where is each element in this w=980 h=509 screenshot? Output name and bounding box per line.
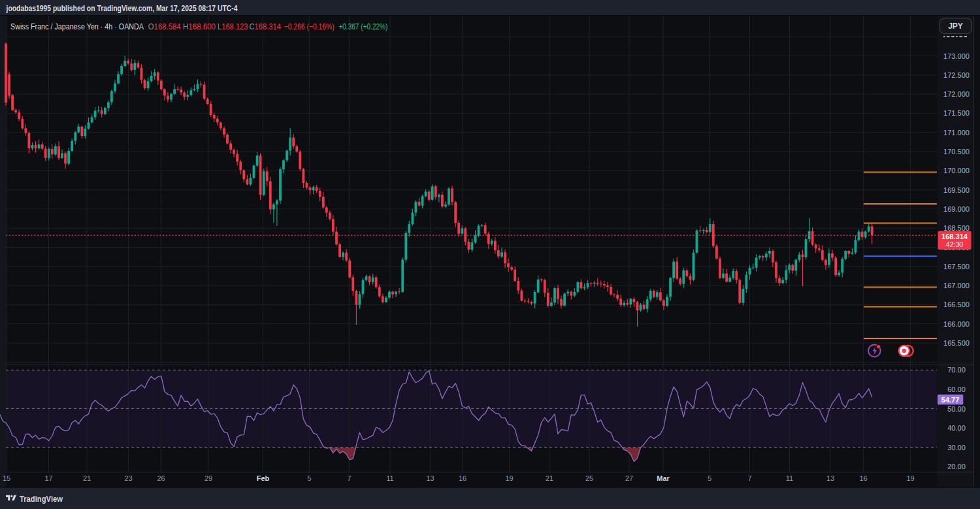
svg-text:168.314: 168.314 [941,233,968,240]
svg-text:Swiss Franc / Japanese Yen · 4: Swiss Franc / Japanese Yen · 4h · OANDA [10,22,144,31]
svg-text:170.500: 170.500 [943,148,970,156]
svg-text:42:30: 42:30 [946,240,963,248]
svg-text:165.500: 165.500 [943,339,970,347]
svg-text:40.00: 40.00 [947,424,966,432]
svg-text:167.500: 167.500 [943,263,970,271]
svg-text:Feb: Feb [257,474,270,482]
svg-text:17: 17 [44,474,52,482]
svg-text:11: 11 [786,474,793,482]
svg-text:166.500: 166.500 [943,301,970,308]
svg-text:Mar: Mar [657,474,670,482]
svg-text:7: 7 [347,474,351,482]
svg-text:C168.314: C168.314 [250,22,282,31]
svg-text:JPY: JPY [948,22,963,31]
svg-text:H168.600: H168.600 [183,22,216,31]
svg-text:O168.584: O168.584 [148,22,181,31]
svg-text:27: 27 [625,474,633,482]
svg-text:L168.123: L168.123 [218,22,248,31]
svg-text:13: 13 [826,474,834,482]
svg-text:23: 23 [124,474,132,482]
svg-text:29: 29 [204,474,212,482]
svg-text:20.00: 20.00 [947,463,966,470]
svg-text:15: 15 [3,474,10,482]
svg-text:168.500: 168.500 [943,224,970,232]
svg-text:21: 21 [83,474,91,482]
svg-text:70.00: 70.00 [947,366,966,374]
svg-text:60.00: 60.00 [947,386,966,393]
svg-text:7: 7 [747,474,751,482]
svg-text:30.00: 30.00 [947,444,966,452]
svg-text:173.000: 173.000 [943,52,970,60]
svg-text:172.000: 172.000 [943,90,970,98]
svg-text:−0.266 (−0.16%): −0.266 (−0.16%) [284,22,335,31]
svg-text:+0.367 (+0.22%): +0.367 (+0.22%) [338,22,387,31]
svg-text:171.000: 171.000 [943,129,970,137]
svg-text:171.500: 171.500 [943,109,970,117]
svg-text:joodabas1995 published on Trad: joodabas1995 published on TradingView.co… [6,4,238,13]
svg-text:169.500: 169.500 [943,186,970,194]
svg-text:25: 25 [585,474,593,482]
svg-text:16: 16 [459,474,466,482]
svg-text:19: 19 [906,474,914,482]
svg-text:TradingView: TradingView [20,494,63,504]
svg-text:13: 13 [426,474,434,482]
svg-text:50.00: 50.00 [947,405,966,413]
svg-text:5: 5 [307,474,311,482]
svg-text:19: 19 [505,474,513,482]
svg-text:11: 11 [386,474,393,482]
svg-text:16: 16 [859,474,867,482]
svg-text:172.500: 172.500 [943,71,970,79]
svg-text:167.000: 167.000 [943,282,970,289]
svg-text:169.000: 169.000 [943,205,970,213]
svg-text:26: 26 [157,474,165,482]
svg-text:21: 21 [546,474,553,482]
svg-text:5: 5 [708,474,711,482]
svg-text:170.000: 170.000 [943,167,970,174]
svg-text:166.000: 166.000 [943,320,970,328]
svg-text:54.77: 54.77 [941,396,960,404]
